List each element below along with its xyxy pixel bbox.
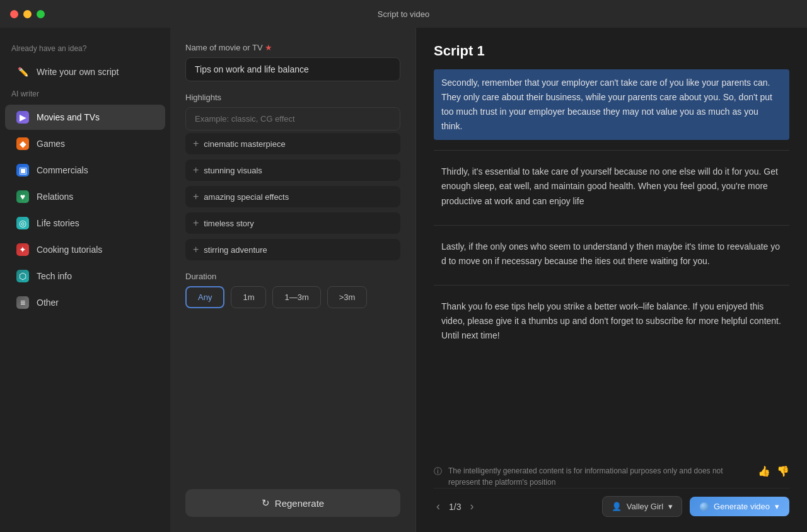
tag-label-4: stirring adventure	[204, 245, 267, 255]
tag-plus-icon-0: +	[193, 138, 199, 149]
prev-page-button[interactable]: ‹	[434, 499, 443, 514]
generate-chevron-icon: ▾	[775, 502, 779, 511]
highlights-input[interactable]	[185, 107, 400, 130]
script-paragraph-3[interactable]: Thank you fo ese tips help you strike a …	[434, 293, 789, 349]
duration-1m[interactable]: 1m	[231, 286, 266, 308]
movies-icon: ▶	[16, 111, 29, 124]
sidebar-item-tech[interactable]: ⬡ Tech info	[5, 263, 165, 289]
generate-video-button[interactable]: Generate video ▾	[690, 497, 789, 516]
highlights-label: Highlights	[185, 93, 400, 102]
thumbs-down-button[interactable]: 👎	[777, 465, 789, 477]
maximize-button[interactable]	[37, 10, 45, 18]
sidebar: Already have an idea? ✏️ Write your own …	[0, 28, 170, 532]
minimize-button[interactable]	[23, 10, 32, 18]
script-paragraph-1[interactable]: Thirdly, it's essential to take care of …	[434, 158, 789, 214]
duration-label: Duration	[185, 272, 400, 281]
divider-1	[434, 225, 789, 226]
info-actions: 👍 👎	[758, 465, 789, 477]
pencil-icon: ✏️	[16, 66, 29, 78]
tech-icon: ⬡	[16, 270, 29, 282]
sidebar-item-life[interactable]: ◎ Life stories	[5, 211, 165, 236]
sidebar-item-movies[interactable]: ▶ Movies and TVs	[5, 105, 165, 130]
sidebar-commercials-label: Commercials	[37, 165, 88, 175]
script-title: Script 1	[434, 43, 789, 59]
sidebar-item-commercials[interactable]: ▣ Commercials	[5, 158, 165, 183]
right-actions: 👤 Valley Girl ▾ Generate video ▾	[602, 496, 789, 517]
name-field-label: Name of movie or TV ★	[185, 43, 400, 52]
title-bar: Script to video	[0, 0, 807, 28]
tag-item-3[interactable]: + timeless story	[185, 212, 400, 234]
main-layout: Already have an idea? ✏️ Write your own …	[0, 28, 807, 532]
tag-item-0[interactable]: + cinematic masterpiece	[185, 133, 400, 154]
page-indicator: 1/3	[449, 502, 461, 512]
life-icon: ◎	[16, 217, 29, 229]
sidebar-tech-label: Tech info	[37, 271, 72, 281]
tag-plus-icon-3: +	[193, 217, 199, 229]
script-content: Secondly, remember that your employer ca…	[434, 69, 789, 458]
duration-1-3m[interactable]: 1—3m	[272, 286, 320, 308]
voice-icon: 👤	[612, 502, 622, 511]
tag-item-2[interactable]: + amazing special effects	[185, 186, 400, 207]
other-icon: ≡	[16, 296, 29, 309]
games-icon: ◆	[16, 137, 29, 150]
commercials-icon: ▣	[16, 164, 29, 176]
sidebar-item-write-own[interactable]: ✏️ Write your own script	[5, 59, 165, 84]
generate-sphere-icon	[700, 502, 709, 511]
highlights-section: Highlights + cinematic masterpiece + stu…	[185, 93, 400, 260]
sidebar-life-label: Life stories	[37, 218, 79, 228]
duration-3m[interactable]: >3m	[327, 286, 368, 308]
tag-label-0: cinematic masterpiece	[204, 139, 285, 149]
duration-buttons: Any 1m 1—3m >3m	[185, 286, 400, 308]
required-indicator: ★	[265, 43, 272, 52]
voice-select-button[interactable]: 👤 Valley Girl ▾	[602, 496, 682, 517]
sidebar-item-cooking[interactable]: ✦ Cooking tutorials	[5, 237, 165, 262]
name-field-section: Name of movie or TV ★	[185, 43, 400, 81]
script-paragraph-0[interactable]: Secondly, remember that your employer ca…	[434, 69, 789, 140]
sidebar-movies-label: Movies and TVs	[37, 112, 100, 122]
info-bar: ⓘ The intelligently generated content is…	[434, 458, 789, 488]
tag-label-3: timeless story	[204, 219, 253, 228]
voice-label: Valley Girl	[627, 502, 663, 511]
script-paragraph-2[interactable]: Lastly, if the only ones who seem to und…	[434, 233, 789, 275]
divider-0	[434, 150, 789, 151]
generate-label: Generate video	[714, 502, 770, 511]
name-input[interactable]	[185, 57, 400, 81]
middle-panel: Name of movie or TV ★ Highlights + cinem…	[170, 28, 416, 532]
sidebar-top-label: Already have an idea?	[0, 40, 170, 58]
tag-list: + cinematic masterpiece + stunning visua…	[185, 133, 400, 260]
info-text: The intelligently generated content is f…	[448, 465, 752, 488]
duration-any[interactable]: Any	[185, 286, 224, 308]
next-page-button[interactable]: ›	[467, 499, 476, 514]
regenerate-icon: ↻	[262, 497, 270, 509]
info-icon: ⓘ	[434, 465, 442, 478]
sidebar-other-label: Other	[37, 298, 59, 308]
window-controls	[10, 10, 45, 18]
sidebar-write-own-label: Write your own script	[37, 67, 119, 77]
right-panel: Script 1 Secondly, remember that your em…	[416, 28, 807, 532]
thumbs-up-button[interactable]: 👍	[758, 465, 770, 477]
relations-icon: ♥	[16, 190, 29, 203]
tag-plus-icon-4: +	[193, 244, 199, 255]
window-title: Script to video	[378, 9, 429, 19]
tag-item-4[interactable]: + stirring adventure	[185, 239, 400, 260]
sidebar-item-relations[interactable]: ♥ Relations	[5, 184, 165, 209]
bottom-nav: ‹ 1/3 › 👤 Valley Girl ▾ Generate video ▾	[434, 488, 789, 517]
tag-plus-icon-1: +	[193, 165, 199, 176]
tag-item-1[interactable]: + stunning visuals	[185, 159, 400, 181]
sidebar-cooking-label: Cooking tutorials	[37, 245, 102, 255]
sidebar-item-other[interactable]: ≡ Other	[5, 290, 165, 315]
tag-label-1: stunning visuals	[204, 166, 262, 175]
close-button[interactable]	[10, 10, 18, 18]
sidebar-item-games[interactable]: ◆ Games	[5, 131, 165, 156]
regenerate-label: Regenerate	[275, 498, 324, 509]
voice-chevron-icon: ▾	[668, 502, 673, 511]
page-navigation: ‹ 1/3 ›	[434, 499, 476, 514]
sidebar-relations-label: Relations	[37, 192, 73, 202]
tag-label-2: amazing special effects	[204, 192, 289, 202]
divider-2	[434, 285, 789, 286]
cooking-icon: ✦	[16, 243, 29, 256]
sidebar-games-label: Games	[37, 139, 65, 149]
duration-section: Duration Any 1m 1—3m >3m	[185, 272, 400, 308]
ai-writer-label: AI writer	[0, 86, 170, 103]
regenerate-button[interactable]: ↻ Regenerate	[185, 489, 400, 517]
